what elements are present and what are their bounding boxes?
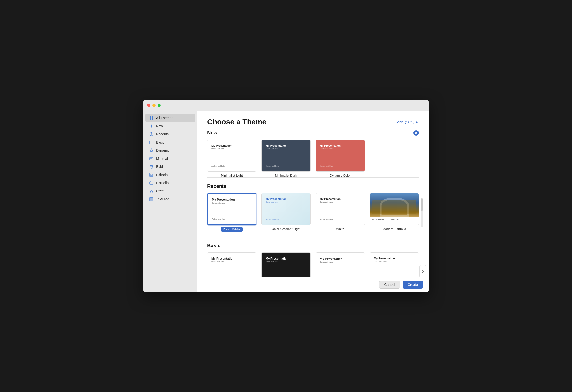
svg-rect-2 (150, 118, 151, 120)
create-button[interactable]: Create (403, 281, 423, 289)
sidebar: All Themes New Recents (143, 111, 197, 292)
theme-preview-white-2[interactable]: My Presentation Donec quis nunc Author a… (370, 252, 419, 277)
theme-card-modern-portfolio[interactable]: My Presentation Donec quis nunc Modern P… (370, 193, 419, 232)
preview-title: My Presentation (320, 257, 361, 261)
sidebar-label-textured: Textured (156, 197, 169, 201)
chevron-right-icon (422, 270, 424, 273)
recents-scrollbar-track (421, 198, 423, 227)
basic-scroll-right[interactable] (419, 265, 426, 277)
main-header: Choose a Theme Wide (16:9) (197, 111, 429, 130)
theme-preview-minimalist-dark[interactable]: My Presentation Donec quis nunc Author a… (261, 140, 311, 172)
theme-card-basic-black[interactable]: My Presentation Donec quis nunc Author a… (261, 252, 311, 277)
app-window: All Themes New Recents (143, 100, 429, 292)
preview-author: Author and Date (320, 165, 361, 167)
sidebar-label-bold: Bold (156, 165, 163, 169)
theme-card-basic-white-recent[interactable]: My Presentation Donec quis nunc Author a… (207, 193, 256, 232)
svg-rect-1 (152, 116, 153, 118)
dynamic-icon (149, 148, 154, 153)
theme-card-white-2[interactable]: My Presentation Donec quis nunc Author a… (370, 252, 419, 277)
theme-card-minimalist-dark[interactable]: My Presentation Donec quis nunc Author a… (261, 140, 311, 177)
theme-label-color-gradient: Color Gradient Light (272, 227, 300, 231)
theme-preview-basic-black[interactable]: My Presentation Donec quis nunc Author a… (261, 252, 311, 277)
preview-subtitle: Donec quis nunc (374, 260, 415, 263)
svg-rect-0 (150, 116, 151, 118)
preview-subtitle: Donec quis nunc (320, 261, 361, 263)
sidebar-label-recents: Recents (156, 132, 169, 136)
recents-themes-row: My Presentation Donec quis nunc Author a… (207, 193, 419, 232)
preview-title: My Presentation (320, 197, 361, 201)
preview-author: Author and Date (266, 218, 306, 221)
theme-preview-dynamic-color[interactable]: My Presentation Donec quis nunc Author a… (316, 140, 365, 172)
theme-card-dynamic-color[interactable]: My Presentation Donec quis nunc Author a… (316, 140, 365, 177)
sidebar-item-craft[interactable]: Craft (145, 187, 195, 195)
preview-subtitle: Donec quis nunc (266, 261, 306, 263)
close-button[interactable] (147, 104, 150, 107)
sidebar-item-editorial[interactable]: Editorial (145, 171, 195, 179)
svg-rect-11 (150, 174, 151, 175)
theme-preview-white-recent[interactable]: My Presentation Donec quis nunc Author a… (316, 193, 365, 225)
portfolio-preview-text: My Presentation Donec quis nunc (370, 217, 419, 222)
section-basic-title: Basic (207, 243, 220, 248)
sidebar-item-bold[interactable]: Bold (145, 163, 195, 171)
preview-subtitle: Donec quis nunc (266, 147, 306, 150)
theme-label-minimalist-light: Minimalist Light (221, 174, 243, 177)
basic-themes-row: My Presentation Donec quis nunc Author a… (207, 252, 419, 277)
section-recents: Recents My Presentation Donec quis nunc (207, 183, 419, 237)
preview-title: My Presentation (211, 144, 252, 147)
sidebar-item-basic[interactable]: Basic (145, 138, 195, 146)
sidebar-item-new[interactable]: New (145, 122, 195, 130)
theme-preview-basic-white-2[interactable]: My Presentation Donec quis nunc Author a… (207, 252, 256, 277)
preview-author: Author and Date (320, 218, 361, 221)
sidebar-label-editorial: Editorial (156, 173, 169, 177)
section-new-close[interactable] (413, 130, 419, 136)
preview-title: My Presentation (266, 197, 306, 201)
theme-preview-classic-white[interactable]: My Presentation Donec quis nunc Author a… (316, 252, 365, 277)
basic-icon (149, 140, 154, 145)
theme-preview-basic-white-recent[interactable]: My Presentation Donec quis nunc Author a… (207, 193, 256, 225)
sidebar-label-craft: Craft (156, 189, 163, 193)
theme-label-modern-portfolio: Modern Portfolio (382, 227, 406, 231)
cancel-button[interactable]: Cancel (379, 281, 400, 289)
sidebar-label-dynamic: Dynamic (156, 148, 169, 152)
portfolio-icon (149, 181, 154, 185)
sidebar-item-recents[interactable]: Recents (145, 130, 195, 138)
page-title: Choose a Theme (207, 118, 266, 126)
sidebar-label-portfolio: Portfolio (156, 181, 169, 185)
new-themes-row: My Presentation Donec quis nunc Author a… (207, 140, 419, 177)
preview-title: My Presentation (320, 144, 361, 147)
theme-card-basic-white-2[interactable]: My Presentation Donec quis nunc Author a… (207, 252, 256, 277)
theme-label-minimalist-dark: Minimalist Dark (275, 174, 297, 177)
minimize-button[interactable] (152, 104, 156, 107)
theme-preview-modern-portfolio[interactable]: My Presentation Donec quis nunc (370, 193, 419, 225)
theme-card-classic-white[interactable]: My Presentation Donec quis nunc Author a… (316, 252, 365, 277)
preview-subtitle: Donec quis nunc (320, 201, 361, 203)
preview-subtitle: Donec quis nunc (320, 147, 361, 150)
main-panel: Choose a Theme Wide (16:9) New (197, 111, 429, 292)
all-themes-icon (149, 116, 154, 120)
section-new-title: New (207, 130, 217, 136)
preview-author: Author and Date (212, 218, 252, 220)
sidebar-item-minimal[interactable]: Minimal (145, 155, 195, 163)
textured-icon (149, 197, 154, 201)
theme-card-minimalist-light[interactable]: My Presentation Donec quis nunc Author a… (207, 140, 256, 177)
recents-themes-row-container: My Presentation Donec quis nunc Author a… (207, 193, 419, 232)
preview-subtitle: Donec quis nunc (212, 202, 252, 204)
preview-subtitle: Donec quis nunc (211, 147, 252, 150)
section-recents-divider (207, 237, 419, 237)
theme-preview-minimalist-light[interactable]: My Presentation Donec quis nunc Author a… (207, 140, 256, 172)
preview-author: Author and Date (211, 165, 252, 167)
aspect-selector[interactable]: Wide (16:9) (395, 120, 419, 124)
footer: Cancel Create (197, 277, 429, 292)
basic-themes-row-container: My Presentation Donec quis nunc Author a… (207, 252, 419, 277)
section-basic: Basic My Presentation Donec quis nunc (207, 243, 419, 277)
sidebar-item-portfolio[interactable]: Portfolio (145, 179, 195, 187)
section-new-divider (207, 177, 419, 178)
theme-card-color-gradient[interactable]: My Presentation Donec quis nunc Author a… (261, 193, 311, 232)
theme-preview-color-gradient[interactable]: My Presentation Donec quis nunc Author a… (261, 193, 311, 225)
sidebar-item-all-themes[interactable]: All Themes (145, 114, 195, 122)
sidebar-item-textured[interactable]: Textured (145, 195, 195, 203)
theme-label-dynamic-color: Dynamic Color (330, 174, 350, 177)
maximize-button[interactable] (158, 104, 161, 107)
sidebar-item-dynamic[interactable]: Dynamic (145, 147, 195, 154)
theme-card-white-recent[interactable]: My Presentation Donec quis nunc Author a… (316, 193, 365, 232)
